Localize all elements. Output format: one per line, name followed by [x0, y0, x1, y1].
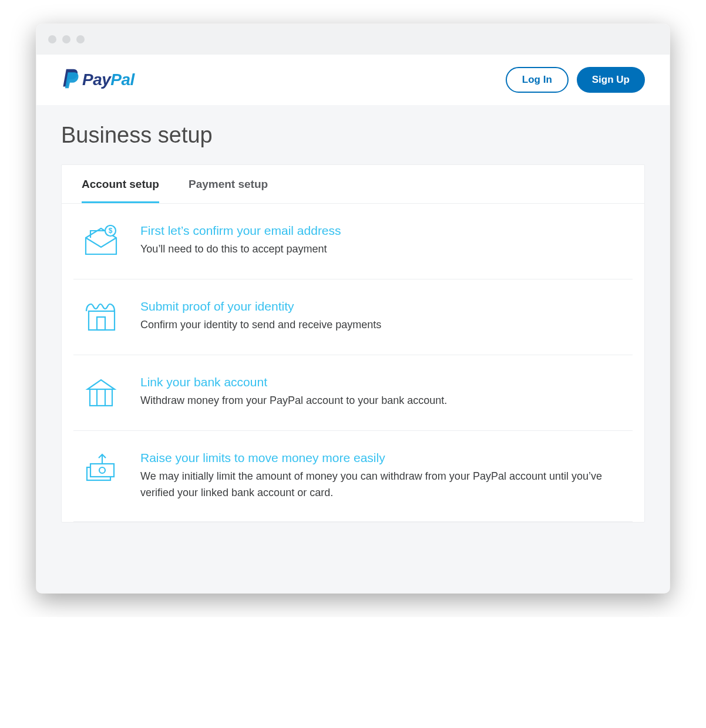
email-dollar-icon: $ — [82, 224, 120, 259]
svg-text:$: $ — [109, 227, 113, 235]
tab-account-setup[interactable]: Account setup — [82, 165, 159, 203]
step-desc: Confirm your identity to send and receiv… — [140, 317, 624, 333]
svg-rect-3 — [97, 317, 105, 330]
step-desc: We may initially limit the amount of mon… — [140, 469, 624, 501]
bank-icon — [82, 375, 120, 410]
browser-frame: PayPal Log In Sign Up Business setup Acc… — [36, 23, 670, 594]
step-desc: Withdraw money from your PayPal account … — [140, 393, 624, 409]
step-title: Link your bank account — [140, 375, 624, 389]
page-title: Business setup — [61, 123, 645, 148]
svg-rect-4 — [90, 389, 112, 406]
paypal-logo-icon — [61, 68, 81, 92]
browser-title-bar — [36, 24, 670, 55]
step-body: Submit proof of your identity Confirm yo… — [140, 299, 624, 333]
header-buttons: Log In Sign Up — [506, 67, 645, 93]
logo-text-pay: Pay — [82, 70, 110, 89]
tab-payment-setup[interactable]: Payment setup — [189, 165, 268, 203]
step-body: Raise your limits to move money more eas… — [140, 451, 624, 501]
signup-button[interactable]: Sign Up — [577, 67, 645, 93]
window-dot — [62, 35, 70, 43]
window-dot — [48, 35, 56, 43]
svg-rect-8 — [90, 464, 114, 477]
paypal-logo-text: PayPal — [82, 70, 135, 89]
app-header: PayPal Log In Sign Up — [36, 55, 670, 105]
step-title: Raise your limits to move money more eas… — [140, 451, 624, 465]
raise-limit-icon — [82, 451, 120, 486]
window-dot — [76, 35, 85, 43]
setup-card: Account setup Payment setup $ — [61, 164, 645, 523]
step-confirm-email[interactable]: $ First let’s confirm your email address… — [73, 204, 633, 279]
step-desc: You’ll need to do this to accept payment — [140, 241, 624, 258]
step-title: First let’s confirm your email address — [140, 224, 624, 238]
tabs: Account setup Payment setup — [62, 165, 644, 204]
step-body: Link your bank account Withdraw money fr… — [140, 375, 624, 409]
step-title: Submit proof of your identity — [140, 299, 624, 314]
login-button[interactable]: Log In — [506, 67, 569, 93]
step-proof-identity[interactable]: Submit proof of your identity Confirm yo… — [73, 279, 633, 355]
storefront-icon — [82, 299, 120, 335]
paypal-logo[interactable]: PayPal — [61, 68, 135, 92]
content-area: Business setup Account setup Payment set… — [36, 105, 670, 593]
step-list: $ First let’s confirm your email address… — [62, 204, 644, 522]
step-raise-limits[interactable]: Raise your limits to move money more eas… — [73, 431, 633, 522]
step-link-bank[interactable]: Link your bank account Withdraw money fr… — [73, 355, 633, 431]
svg-rect-2 — [89, 311, 115, 330]
logo-text-pal: Pal — [110, 70, 135, 89]
step-body: First let’s confirm your email address Y… — [140, 224, 624, 258]
